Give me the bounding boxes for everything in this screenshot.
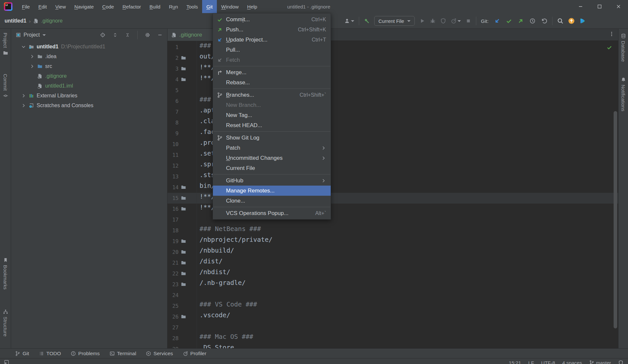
tool-button-profiler[interactable]: Profiler	[183, 351, 206, 356]
menu-item-rebase[interactable]: Rebase...	[213, 77, 331, 88]
tool-stripe-bookmarks[interactable]: Bookmarks	[0, 257, 11, 290]
menu-item-clone[interactable]: Clone...	[213, 196, 331, 206]
tree-item-src[interactable]: src	[11, 61, 167, 71]
history-icon[interactable]	[529, 18, 536, 24]
editor-line[interactable]: 28 ### Mac OS ###	[167, 333, 618, 344]
chevron-down-icon[interactable]	[43, 34, 46, 36]
layout-widget-icon[interactable]	[4, 360, 9, 364]
ide-update-icon[interactable]	[568, 18, 575, 24]
tool-stripe-project[interactable]: Project	[0, 33, 11, 56]
chevron-right-icon[interactable]	[29, 64, 35, 69]
settings-gear-button[interactable]	[145, 32, 150, 38]
editor-line[interactable]: 20 /nbbuild/	[167, 247, 618, 257]
tool-stripe-structure[interactable]: Structure	[0, 309, 11, 337]
search-everywhere-icon[interactable]	[557, 18, 564, 24]
tree-item-scratches[interactable]: Scratches and Consoles	[11, 101, 167, 110]
editor-line[interactable]: 29 .DS_Store	[167, 344, 618, 348]
tool-button-terminal[interactable]: Terminal	[110, 351, 136, 356]
menubar-item[interactable]: Code	[98, 0, 118, 13]
close-button[interactable]	[609, 0, 628, 13]
menu-item-manage-remotes[interactable]: Manage Remotes...	[213, 186, 331, 196]
status-line-ending[interactable]: LF	[528, 360, 534, 364]
menu-item-github[interactable]: GitHub	[213, 175, 331, 186]
menubar-item[interactable]: Git	[202, 0, 217, 13]
menubar-item[interactable]: Navigate	[70, 0, 98, 13]
rollback-icon[interactable]	[541, 18, 548, 24]
editor-options-kebab-button[interactable]	[609, 31, 614, 38]
chevron-right-icon[interactable]	[21, 93, 26, 98]
project-panel-title[interactable]: Project	[24, 32, 40, 38]
build-hammer-icon[interactable]	[364, 18, 370, 24]
menu-item-update-project[interactable]: Update Project... Ctrl+T	[213, 35, 331, 45]
tree-item-iml[interactable]: untitled1.iml	[11, 81, 167, 91]
menu-item-merge[interactable]: Merge...	[213, 67, 331, 77]
minimize-button[interactable]	[571, 0, 590, 13]
tool-button-services[interactable]: Services	[146, 351, 173, 356]
debug-icon[interactable]	[430, 18, 436, 24]
tree-item-idea[interactable]: .idea	[11, 52, 167, 61]
profiler-run-button[interactable]	[451, 18, 461, 24]
menu-item-push[interactable]: Push... Ctrl+Shift+K	[213, 25, 331, 35]
stop-icon[interactable]	[465, 18, 471, 24]
menubar-item[interactable]: Window	[217, 0, 243, 13]
expand-all-button[interactable]	[113, 32, 118, 38]
tool-button-problems[interactable]: Problems	[71, 351, 99, 356]
tool-button-todo[interactable]: TODO	[39, 351, 61, 356]
menu-item-vcs-operations-popup[interactable]: VCS Operations Popup... Alt+`	[213, 208, 331, 218]
editor-line[interactable]: 25 ### VS Code ###	[167, 301, 618, 311]
push-icon[interactable]	[517, 18, 524, 24]
tree-item-gitignore[interactable]: .gitignore	[11, 71, 167, 81]
tool-stripe-commit[interactable]: Commit	[0, 74, 11, 98]
profile-button[interactable]	[344, 18, 354, 24]
coverage-icon[interactable]	[440, 18, 446, 24]
breadcrumb-project[interactable]: untitled1	[5, 18, 26, 24]
editor-line[interactable]: 26 .vscode/	[167, 311, 618, 322]
maximize-button[interactable]	[590, 0, 609, 13]
editor-line[interactable]: 24	[167, 290, 618, 301]
status-time[interactable]: 15:21	[509, 360, 521, 364]
menu-item-branches[interactable]: Branches... Ctrl+Shift+`	[213, 90, 331, 100]
menubar-item[interactable]: File	[18, 0, 34, 13]
status-indent[interactable]: 4 spaces	[562, 360, 582, 364]
menu-item-uncommitted-changes[interactable]: Uncommitted Changes	[213, 153, 331, 163]
tool-stripe-notifications[interactable]: Notifications	[619, 77, 628, 111]
chevron-down-icon[interactable]	[21, 44, 26, 49]
menu-item-fetch[interactable]: Fetch	[213, 55, 331, 65]
code-with-me-icon[interactable]	[579, 18, 586, 24]
chevron-right-icon[interactable]	[29, 54, 35, 59]
menubar-item[interactable]: Tools	[182, 0, 202, 13]
editor-line[interactable]: 23 /.nb-gradle/	[167, 279, 618, 290]
menu-item-current-file[interactable]: Current File	[213, 163, 331, 173]
status-encoding[interactable]: UTF-8	[541, 360, 555, 364]
run-icon[interactable]	[419, 18, 425, 24]
editor-scrollbar[interactable]	[614, 111, 617, 328]
editor-line[interactable]: 19 /nbproject/private/	[167, 236, 618, 247]
menu-item-patch[interactable]: Patch	[213, 143, 331, 153]
collapse-all-button[interactable]	[125, 32, 130, 38]
menu-item-show-git-log[interactable]: Show Git Log	[213, 133, 331, 143]
tool-stripe-database[interactable]: Database	[619, 33, 628, 62]
run-configuration-combo[interactable]: Current File	[374, 16, 415, 26]
breadcrumb-file[interactable]: .gitignore	[41, 18, 63, 24]
menubar-item[interactable]: View	[51, 0, 70, 13]
chevron-right-icon[interactable]	[21, 103, 26, 108]
editor-line[interactable]: 18 ### NetBeans ###	[167, 225, 618, 236]
hide-panel-button[interactable]	[157, 32, 163, 38]
menu-item-pull[interactable]: Pull...	[213, 45, 331, 55]
update-project-icon[interactable]	[494, 18, 500, 24]
editor-line[interactable]: 21 /dist/	[167, 257, 618, 268]
menubar-item[interactable]: Help	[243, 0, 262, 13]
tree-item-external-libraries[interactable]: External Libraries	[11, 91, 167, 101]
editor-line[interactable]: 22 /nbdist/	[167, 268, 618, 279]
lock-icon[interactable]	[618, 360, 623, 364]
menubar-item[interactable]: Edit	[34, 0, 51, 13]
editor-line[interactable]: 27	[167, 322, 618, 333]
menubar-item[interactable]: Build	[145, 0, 165, 13]
commit-icon[interactable]	[506, 18, 512, 24]
tree-item-root[interactable]: untitled1 D:\Project\untitled1	[11, 42, 167, 52]
status-branch-widget[interactable]: master	[589, 360, 611, 364]
menu-item-new-branch[interactable]: New Branch...	[213, 100, 331, 110]
menubar-item[interactable]: Refactor	[118, 0, 145, 13]
menu-item-commit[interactable]: Commit... Ctrl+K	[213, 14, 331, 25]
menu-item-reset-head[interactable]: Reset HEAD...	[213, 120, 331, 130]
